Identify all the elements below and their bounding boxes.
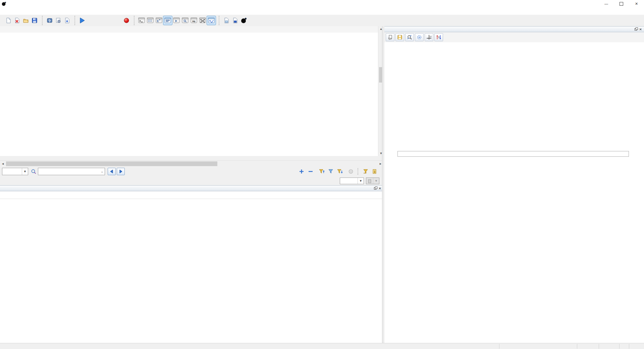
packet-list-button[interactable] <box>163 16 172 25</box>
filter-clear-button[interactable] <box>347 168 355 175</box>
lens-options-button[interactable]: ▼ <box>366 178 379 184</box>
block-view-columns <box>0 191 383 199</box>
monitor-toolbar: 123 ? <box>384 32 644 43</box>
maximize-button[interactable] <box>614 0 629 7</box>
search-icon <box>31 169 37 174</box>
status-serial <box>499 344 577 349</box>
minimize-button[interactable]: — <box>599 0 614 7</box>
export-report-button[interactable] <box>231 16 239 25</box>
monitor-close-button[interactable]: ✕ <box>639 28 642 31</box>
search-mode-select[interactable]: ▼ <box>2 168 28 175</box>
filter-save-button[interactable] <box>362 168 370 175</box>
menu-view[interactable] <box>18 10 24 12</box>
terminal-view-button[interactable] <box>137 16 146 25</box>
device-settings-button[interactable] <box>54 16 63 25</box>
table-horizontal-scrollbar[interactable]: ◄ ► <box>0 160 383 167</box>
frequency-view-button[interactable]: Hz <box>190 16 198 25</box>
new-file-button[interactable] <box>4 16 13 25</box>
filter-remove-button[interactable] <box>307 168 315 175</box>
menu-analyzer[interactable] <box>12 10 18 12</box>
monitor-titlebar: ✕ <box>384 26 644 32</box>
menu-file[interactable] <box>0 10 6 12</box>
close-button[interactable]: ✕ <box>629 0 644 7</box>
menu-edit[interactable] <box>6 10 12 12</box>
status-spare-2 <box>619 344 629 349</box>
block-view-close-button[interactable]: ✕ <box>379 187 381 190</box>
waveform-view-button[interactable] <box>207 16 216 25</box>
filter-add-button[interactable] <box>298 168 306 175</box>
totalphase-logo-icon <box>239 16 248 25</box>
app-logo-icon <box>2 1 6 6</box>
filter-up-button[interactable] <box>318 168 326 175</box>
close-file-button[interactable] <box>13 16 21 25</box>
packet-table <box>0 33 378 156</box>
svg-text:?: ? <box>438 36 440 39</box>
zoom-selection-button[interactable] <box>415 33 424 41</box>
status-bar <box>0 343 644 349</box>
stop-capture-button[interactable] <box>122 16 131 25</box>
filter-apply-button[interactable] <box>327 168 335 175</box>
device-button[interactable] <box>45 16 54 25</box>
zoom-extents-button[interactable] <box>405 33 414 41</box>
monitor-panel: ✕ 123 ? <box>384 26 644 343</box>
save-file-button[interactable] <box>30 16 39 25</box>
save-chart-button[interactable] <box>395 33 404 41</box>
voltage-current-chart[interactable] <box>384 42 644 150</box>
monitor-float-button[interactable] <box>635 28 638 31</box>
table-header <box>0 26 378 33</box>
block-view-panel: ✕ <box>0 185 383 343</box>
copy-chart-button[interactable] <box>386 33 394 41</box>
block-view-titlebar: ✕ <box>0 185 383 191</box>
search-bar: ▼ ⌄ <box>0 166 383 177</box>
status-protocol <box>577 344 599 349</box>
status-spare-1 <box>599 344 619 349</box>
open-file-button[interactable] <box>21 16 30 25</box>
block-view-rows <box>0 199 383 343</box>
cursor-values-button[interactable]: 123 <box>425 33 433 41</box>
firmware-button[interactable] <box>63 16 71 25</box>
bus-index-button[interactable] <box>146 16 155 25</box>
status-language <box>629 344 644 349</box>
svg-text:123: 123 <box>430 36 432 38</box>
run-capture-button[interactable] <box>78 16 87 25</box>
matrix-view-button[interactable] <box>198 16 207 25</box>
protocol-lens-select[interactable]: ▼ <box>340 178 364 184</box>
chart-legend <box>397 151 629 157</box>
filter-export-button[interactable] <box>371 168 379 175</box>
main-toolbar: Hz <box>0 15 644 27</box>
title-bar: — ✕ <box>0 0 644 7</box>
filter-down-button[interactable] <box>336 168 344 175</box>
copy-report-button[interactable] <box>222 16 231 25</box>
axis-config-button[interactable]: ? <box>434 33 443 41</box>
details-view-button[interactable] <box>172 16 181 25</box>
menu-bar <box>0 7 644 15</box>
filter-status-row: ▼ ▼ <box>0 177 383 186</box>
menu-help[interactable] <box>24 10 30 12</box>
transaction-tree-button[interactable] <box>155 16 163 25</box>
search-next-button[interactable] <box>117 168 125 175</box>
navigator-view-button[interactable] <box>181 16 190 25</box>
svg-text:Hz: Hz <box>192 20 195 23</box>
block-view-float-button[interactable] <box>374 187 377 190</box>
search-input[interactable]: ⌄ <box>38 168 105 175</box>
search-prev-button[interactable] <box>108 168 116 175</box>
